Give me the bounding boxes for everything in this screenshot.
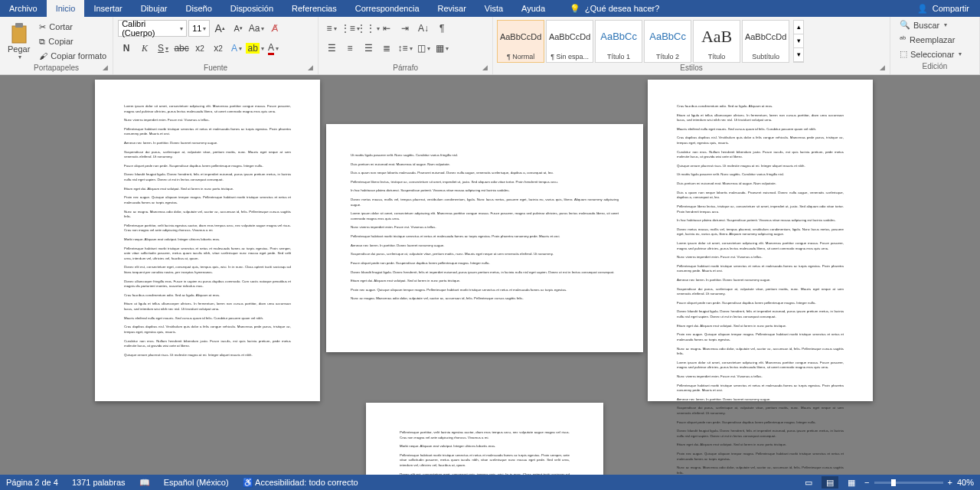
share-button[interactable]: 👤 Compartir xyxy=(906,0,980,17)
style-subt-tulo[interactable]: AaBbCcDdSubtítulo xyxy=(742,20,789,63)
body-text: Suspendisse dui purus, scelerisque at, v… xyxy=(124,150,291,160)
find-button[interactable]: 🔍Buscar▾ xyxy=(897,18,973,31)
italic-button[interactable]: K xyxy=(136,40,153,57)
strikethrough-button[interactable]: abc xyxy=(173,40,190,57)
chevron-down-icon: ▾ xyxy=(203,25,206,32)
zoom-slider[interactable] xyxy=(874,482,943,484)
body-text: Nunc ac magna. Maecenas odio dolor, vulp… xyxy=(677,466,844,475)
body-text: Donec ullamcorper fringilla eros. Fusce … xyxy=(124,279,291,289)
text-effects-button[interactable]: A▾ xyxy=(228,40,245,57)
page-4[interactable]: Pellentesque porttitor, velit lacinia eg… xyxy=(366,403,603,475)
style---normal[interactable]: AaBbCcDd¶ Normal xyxy=(497,20,544,63)
document-canvas[interactable]: Lorem ipsum dolor sit amet, consectetuer… xyxy=(0,75,980,475)
zoom-in-button[interactable]: + xyxy=(948,478,952,487)
highlight-button[interactable]: ab▾ xyxy=(247,40,263,57)
tell-me-search[interactable]: 💡 ¿Qué desea hacer? xyxy=(570,0,659,17)
body-text: Nunc ac magna. Maecenas odio dolor, vulp… xyxy=(351,296,619,302)
tab-mailings[interactable]: Correspondencia xyxy=(346,0,429,17)
show-marks-button[interactable]: ¶ xyxy=(433,20,450,37)
language-indicator[interactable]: Español (México) xyxy=(164,478,229,487)
justify-button[interactable]: ≣ xyxy=(378,40,395,57)
style-t-tulo-2[interactable]: AaBbCcTítulo 2 xyxy=(644,20,691,63)
tab-file[interactable]: Archivo xyxy=(0,0,47,17)
line-spacing-button[interactable]: ↕≡▾ xyxy=(397,40,413,57)
cut-button[interactable]: ✂Cortar xyxy=(36,21,109,34)
multilevel-button[interactable]: ⋮⋮▾ xyxy=(360,20,377,37)
underline-button[interactable]: S▾ xyxy=(155,40,172,57)
tab-draw[interactable]: Dibujar xyxy=(132,0,177,17)
shading-button[interactable]: ◫▾ xyxy=(415,40,432,57)
bullets-button[interactable]: ≡▾ xyxy=(323,20,340,37)
clipboard-launcher[interactable]: ◢ xyxy=(103,64,108,71)
copy-button[interactable]: ⧉Copiar xyxy=(36,35,109,48)
styles-down-button[interactable]: ▾ xyxy=(794,34,803,48)
replace-icon: ᵃᵇ xyxy=(900,34,906,44)
chevron-down-icon: ▾ xyxy=(944,21,947,28)
bold-button[interactable]: N xyxy=(118,40,135,57)
numbering-button[interactable]: ⋮≡▾ xyxy=(341,20,358,37)
tab-layout[interactable]: Disposición xyxy=(221,0,283,17)
font-color-button[interactable]: A▾ xyxy=(265,40,282,57)
accessibility-status[interactable]: ♿ Accesibilidad: todo correcto xyxy=(243,478,358,488)
read-mode-button[interactable]: ▭ xyxy=(800,476,817,488)
select-button[interactable]: ⬚Seleccionar▾ xyxy=(897,47,973,60)
word-count[interactable]: 1371 palabras xyxy=(72,478,126,487)
zoom-level[interactable]: 40% xyxy=(957,478,974,487)
decrease-indent-button[interactable]: ⇤ xyxy=(378,20,395,37)
align-right-button[interactable]: ☰ xyxy=(360,40,377,57)
tab-references[interactable]: Referencias xyxy=(283,0,346,17)
body-text: Ut mattis ligula posuere velit. Nunc sag… xyxy=(677,172,844,178)
tab-design[interactable]: Diseño xyxy=(177,0,221,17)
body-text: Lorem ipsum dolor sit amet, consectetuer… xyxy=(124,104,291,114)
font-launcher[interactable]: ◢ xyxy=(308,64,313,71)
styles-expand-button[interactable]: ▾ xyxy=(794,48,803,62)
style---sin-espa---[interactable]: AaBbCcDd¶ Sin espa... xyxy=(546,20,593,63)
tab-insert[interactable]: Insertar xyxy=(84,0,131,17)
replace-button[interactable]: ᵃᵇReemplazar xyxy=(897,33,973,46)
paragraph-launcher[interactable]: ◢ xyxy=(482,64,488,71)
align-center-button[interactable]: ≡ xyxy=(341,40,358,57)
tab-review[interactable]: Revisar xyxy=(429,0,475,17)
tab-help[interactable]: Ayuda xyxy=(512,0,554,17)
body-text: Suspendisse dui purus, scelerisque at, v… xyxy=(677,406,844,416)
page-3[interactable]: Cras faucibus condimentum odio. Sed ac l… xyxy=(648,80,873,401)
increase-indent-button[interactable]: ⇥ xyxy=(397,20,413,37)
change-case-button[interactable]: Aa▾ xyxy=(248,20,265,37)
style-t-tulo-1[interactable]: AaBbCcTítulo 1 xyxy=(595,20,642,63)
body-text: Aenean nec lorem. In porttitor. Donec la… xyxy=(677,397,844,403)
clear-formatting-button[interactable]: A̸ xyxy=(266,20,283,37)
align-left-button[interactable]: ☰ xyxy=(323,40,340,57)
styles-launcher[interactable]: ◢ xyxy=(880,64,885,71)
body-text: Suspendisse dui purus, scelerisque at, v… xyxy=(351,252,619,257)
styles-label: Estilos xyxy=(680,64,702,72)
body-text: Nunc viverra imperdiet enim. Fusce est. … xyxy=(677,374,844,380)
borders-button[interactable]: ▦▾ xyxy=(433,40,450,57)
font-size-select[interactable]: 11▾ xyxy=(188,20,210,37)
grow-font-button[interactable]: A▴ xyxy=(211,20,228,37)
body-text: Ut mattis ligula posuere velit. Nunc sag… xyxy=(351,153,619,158)
tab-view[interactable]: Vista xyxy=(475,0,512,17)
sort-button[interactable]: A↓ xyxy=(415,20,432,37)
font-name-select[interactable]: Calibri (Cuerpo)▾ xyxy=(118,20,187,37)
spellcheck-icon[interactable]: 📖 xyxy=(139,478,150,488)
subscript-button[interactable]: x2 xyxy=(191,40,208,57)
body-text: Etiam eget dui. Aliquam erat volutpat. S… xyxy=(351,279,619,284)
body-text: Curabitur non eros. Nullam hendrerit bib… xyxy=(124,339,291,349)
tell-me-label: ¿Qué desea hacer? xyxy=(585,4,659,13)
superscript-button[interactable]: x2 xyxy=(210,40,227,57)
tab-home[interactable]: Inicio xyxy=(47,0,85,17)
paste-label: Pegar xyxy=(8,44,30,54)
format-painter-button[interactable]: 🖌Copiar formato xyxy=(36,50,109,62)
zoom-out-button[interactable]: − xyxy=(864,478,869,487)
styles-up-button[interactable]: ▴ xyxy=(794,21,803,34)
page-1[interactable]: Lorem ipsum dolor sit amet, consectetuer… xyxy=(95,80,320,401)
print-layout-button[interactable]: ▤ xyxy=(822,476,838,488)
shrink-font-button[interactable]: A▾ xyxy=(230,20,247,37)
page-2[interactable]: Ut mattis ligula posuere velit. Nunc sag… xyxy=(326,124,643,352)
group-font: Calibri (Cuerpo)▾ 11▾ A▴ A▾ Aa▾ A̸ N K S… xyxy=(113,17,318,74)
body-text: Pellentesque libero lectus, tristique ac… xyxy=(351,180,619,185)
web-layout-button[interactable]: ▦ xyxy=(843,476,860,488)
style-t-tulo[interactable]: AaBTítulo xyxy=(693,20,740,63)
page-indicator[interactable]: Página 2 de 4 xyxy=(6,478,58,487)
paste-button[interactable]: Pegar ▾ xyxy=(3,20,34,62)
